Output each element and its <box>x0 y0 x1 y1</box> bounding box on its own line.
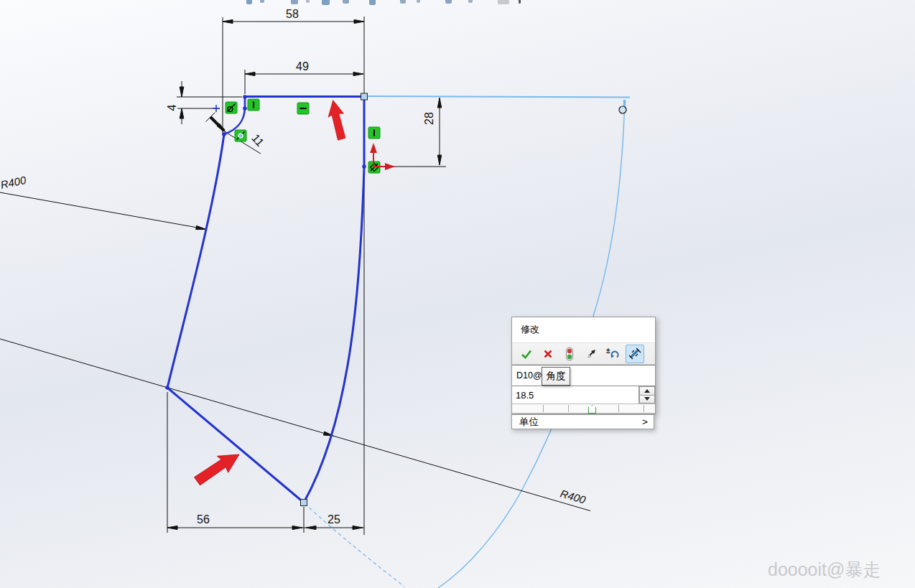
vertical-constraint-icon[interactable] <box>368 127 380 139</box>
sketch-profile[interactable] <box>167 97 364 503</box>
selected-vertex-marker[interactable] <box>361 93 368 100</box>
mark-dimension-button[interactable] <box>626 345 644 363</box>
accept-icon <box>520 348 533 360</box>
dimension-left-radius[interactable]: R400 <box>0 174 27 191</box>
thumbwheel-tick <box>568 405 569 412</box>
dimension-name-field[interactable]: D10@ 角度 <box>512 365 655 386</box>
dimensions <box>0 17 590 535</box>
modify-dialog-toolbar: ± <box>512 342 655 365</box>
constraint-icons[interactable] <box>226 99 380 173</box>
dimension-fillet-radius[interactable]: 11 <box>249 131 266 149</box>
sketch-point[interactable] <box>243 106 247 111</box>
units-label: 单位 <box>519 416 539 429</box>
watermark: dooooit@暴走 <box>768 558 881 582</box>
construction-horizontal-line[interactable] <box>364 96 630 98</box>
spin-up-button[interactable] <box>639 386 655 396</box>
dimension-tooltip: 角度 <box>542 367 570 386</box>
vertical-constraint-icon[interactable] <box>248 99 259 111</box>
spin-up-icon <box>644 389 650 393</box>
modify-dialog[interactable]: 修改 ± <box>511 317 656 414</box>
sketch-points[interactable] <box>165 93 367 506</box>
spin-down-button[interactable] <box>639 396 655 404</box>
dimension-value-row: 18.5 <box>512 386 655 404</box>
selected-vertex-marker[interactable] <box>301 500 307 506</box>
value-thumbwheel[interactable] <box>512 404 655 414</box>
sketch-point[interactable] <box>362 164 366 169</box>
dimension-right-height[interactable]: 28 <box>423 112 435 125</box>
chevron-right-icon: > <box>642 416 648 427</box>
dimension-value: 18.5 <box>516 390 534 401</box>
thumbwheel-tick <box>618 405 619 412</box>
cancel-button[interactable] <box>539 345 557 363</box>
sketch-point[interactable] <box>165 386 169 390</box>
cancel-icon <box>543 349 553 359</box>
dimension-tooltip-label: 角度 <box>547 370 566 383</box>
construction-dashed-line[interactable] <box>305 503 404 587</box>
svg-text:±: ± <box>606 347 610 355</box>
dimension-value-input[interactable]: 18.5 <box>512 386 638 403</box>
dimension-bottom-left-width[interactable]: 56 <box>197 513 210 526</box>
sketch-left-curve[interactable] <box>167 134 224 388</box>
accept-button[interactable] <box>518 345 535 363</box>
value-spinner <box>638 386 655 403</box>
sketch-right-curve[interactable] <box>304 167 364 503</box>
horizontal-constraint-icon[interactable] <box>297 103 309 114</box>
sketch-bottom-line[interactable] <box>167 388 304 503</box>
modify-dialog-title: 修改 <box>512 317 655 342</box>
sketch-point[interactable] <box>243 95 247 99</box>
spin-down-icon <box>644 397 650 401</box>
mark-dimension-icon <box>628 347 642 361</box>
rebuild-icon <box>565 347 574 361</box>
tangent-constraint-icon[interactable] <box>226 102 237 113</box>
sketch-viewport[interactable]: 58 49 4 11 28 56 25 R400 R400 <box>0 0 915 588</box>
increment-spin-button[interactable]: ± <box>604 345 621 363</box>
dimension-top-width[interactable]: 58 <box>286 8 299 20</box>
dimension-upper-width[interactable]: 49 <box>296 60 309 73</box>
sketch-point[interactable] <box>222 132 226 136</box>
thumbwheel-knob[interactable] <box>588 405 596 414</box>
units-expander[interactable]: 单位 > <box>511 414 654 429</box>
rebuild-button[interactable] <box>561 345 578 363</box>
thumbwheel-tick <box>644 405 644 412</box>
dimension-bottom-right-width[interactable]: 25 <box>328 513 340 526</box>
thumbwheel-tick <box>543 405 544 412</box>
reverse-direction-button[interactable] <box>582 345 600 363</box>
annotation-arrows <box>191 98 348 488</box>
dimension-corner-offset[interactable]: 4 <box>166 104 178 111</box>
arc-center-cross[interactable] <box>213 105 220 112</box>
red-arrow-northeast <box>191 446 244 489</box>
tangent-constraint-icon-selected[interactable] <box>235 130 246 141</box>
increment-spin-icon: ± <box>605 347 620 360</box>
red-arrow-up <box>325 98 348 141</box>
reverse-direction-icon <box>585 347 598 360</box>
construction-point-marker[interactable] <box>619 106 626 113</box>
dimension-name-value: D10@ <box>516 370 542 381</box>
